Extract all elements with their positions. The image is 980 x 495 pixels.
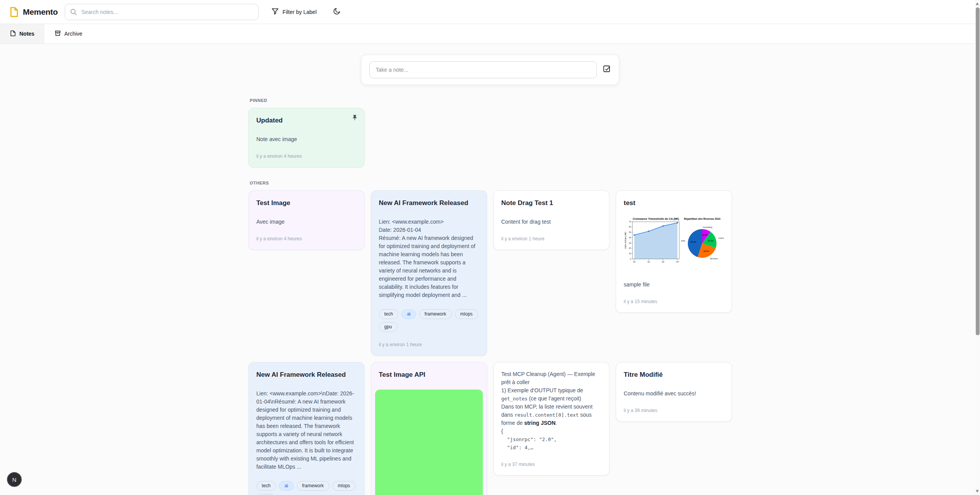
header: Memento Filter by Label [0,0,980,24]
svg-text:10: 10 [629,253,631,255]
scrollbar-thumb[interactable] [976,7,980,335]
note-title: Updated [257,116,357,125]
moon-icon [333,7,341,17]
note-title: New AI Framework Released [257,370,357,379]
checkbox-check-icon [603,65,611,74]
note-card[interactable]: Test MCP Cleanup (Agent) — Exemple prêt … [493,362,610,476]
note-card[interactable]: Note Drag Test 1Content for drag testil … [493,190,610,250]
archive-icon [55,30,61,38]
svg-text:Chiffre d'affaires (M€): Chiffre d'affaires (M€) [625,232,627,249]
note-body: Contenu modifié avec succès! [624,390,724,398]
tab-notes[interactable]: Notes [0,24,45,43]
note-tag[interactable]: gpu [379,322,398,332]
note-image [375,390,483,495]
note-title: Test Image [257,198,357,208]
note-tag[interactable]: mlops [332,481,356,491]
pinned-section-label: PINNED [250,98,732,103]
note-body: Lien: <www.example.com> Date: 2026-01-04… [379,218,479,299]
note-tag[interactable]: mlops [455,309,478,319]
note-title: Test Image API [379,370,479,379]
note-card[interactable]: testCroissance Trimestrielle du CA (M€)0… [616,190,732,313]
note-body: Content for drag test [501,218,601,226]
tab-bar: Notes Archive [0,24,980,44]
note-file-icon [10,30,16,38]
pin-icon [351,114,358,122]
svg-text:45.0%: 45.0% [690,241,696,243]
note-timestamp: il y a environ 4 heures [257,154,357,159]
scrollbar[interactable] [975,0,980,495]
svg-text:Q2: Q2 [647,261,650,263]
svg-text:Licences: Licences [718,237,724,239]
note-tags: techaiframeworkmlopsgpu [379,309,479,332]
take-a-note-input[interactable] [369,61,597,78]
other-notes-grid: Test ImageAvec imageil y a environ 4 heu… [248,190,732,495]
svg-text:Croissance Trimestrielle du CA: Croissance Trimestrielle du CA (M€) [632,217,679,221]
scrollbar-up-arrow[interactable] [976,2,979,5]
svg-text:Q3: Q3 [661,261,664,263]
scrollbar-down-arrow[interactable] [976,490,979,493]
svg-text:Services: Services [710,257,718,260]
note-tag[interactable]: ai [279,481,293,491]
pinned-notes-grid: UpdatedNote avec imageil y a environ 4 h… [248,108,732,167]
note-timestamp: il y a environ 1 heure [501,236,601,242]
svg-text:20.0%: 20.0% [708,240,713,242]
svg-text:25.0%: 25.0% [703,250,709,252]
note-body: sample file [624,281,724,289]
note-card[interactable]: Titre ModifiéContenu modifié avec succès… [616,362,732,422]
filter-icon [272,8,279,16]
note-timestamp: il y a 37 minutes [501,462,601,467]
svg-text:Répartition des Revenus 2024: Répartition des Revenus 2024 [684,217,720,221]
dark-mode-toggle[interactable] [333,7,341,17]
line-chart: Croissance Trimestrielle du CA (M€)01020… [624,216,681,266]
note-card[interactable]: New AI Framework ReleasedLien: <www.exam… [371,190,487,356]
note-tags: techaiframeworkmlopsgpu [257,481,357,495]
note-timestamp: il y a environ 1 heure [379,342,479,348]
svg-text:60: 60 [629,226,631,228]
note-title: Titre Modifié [624,370,724,379]
app-title: Memento [23,7,58,17]
note-timestamp: il y a environ 4 heures [257,236,357,242]
filter-label: Filter by Label [282,9,317,15]
svg-text:Consulting: Consulting [703,226,712,228]
svg-text:0: 0 [630,258,631,260]
tab-archive[interactable]: Archive [45,24,93,43]
main-content: PINNED UpdatedNote avec imageil y a envi… [248,55,732,495]
note-body: Test MCP Cleanup (Agent) — Exemple prêt … [501,370,601,452]
note-card[interactable]: UpdatedNote avec imageil y a environ 4 h… [248,108,365,167]
filter-by-label-button[interactable]: Filter by Label [272,8,317,16]
note-card[interactable]: New AI Framework ReleasedLien: <www.exam… [248,362,365,495]
svg-text:40: 40 [629,237,631,239]
note-body: Avec image [257,218,357,226]
checklist-button[interactable] [603,65,611,74]
note-title: New AI Framework Released [379,198,479,208]
note-tag[interactable]: framework [297,481,329,491]
tab-archive-label: Archive [64,31,83,37]
note-tag[interactable]: framework [419,309,452,319]
tab-notes-label: Notes [19,31,34,37]
note-chart-image: Croissance Trimestrielle du CA (M€)01020… [624,216,724,266]
svg-text:70: 70 [629,221,631,223]
note-body: Note avec image [257,135,357,143]
note-timestamp: il y a 15 minutes [624,299,724,305]
svg-text:Q4: Q4 [676,261,679,263]
svg-text:Produits: Produits [681,240,685,242]
search [65,4,258,20]
svg-text:20: 20 [629,247,631,249]
svg-text:30: 30 [629,242,631,244]
svg-text:50: 50 [629,231,631,233]
note-tag[interactable]: ai [401,309,416,319]
note-composer [361,55,619,85]
note-tag[interactable]: tech [257,481,276,491]
svg-text:Q1: Q1 [633,261,636,263]
note-card[interactable]: Test ImageAvec imageil y a environ 4 heu… [248,190,365,250]
note-title: test [624,198,724,208]
note-timestamp: il y a 39 minutes [624,408,724,414]
note-tag[interactable]: tech [379,309,399,319]
avatar-letter: N [12,476,17,483]
user-avatar[interactable]: N [7,472,22,487]
svg-text:10.0%: 10.0% [702,234,708,236]
memento-logo-icon [9,7,19,17]
others-section-label: OTHERS [250,181,732,185]
search-input[interactable] [65,4,258,20]
note-card[interactable]: Test Image API [371,362,487,495]
